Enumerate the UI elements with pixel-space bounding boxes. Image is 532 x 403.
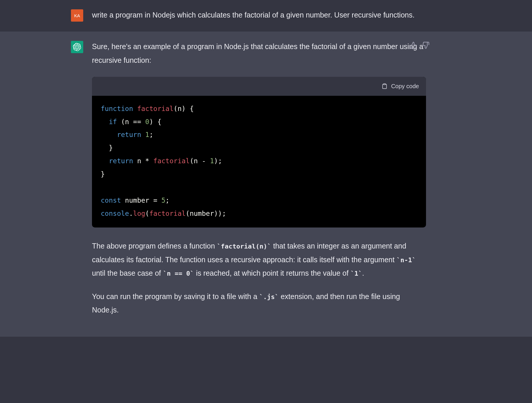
code-token: ( — [173, 105, 178, 112]
code-token: } — [101, 144, 113, 152]
user-message-inner: KA write a program in Nodejs which calcu… — [44, 8, 488, 22]
code-token: ; — [149, 131, 153, 138]
code-token: (n == — [117, 118, 145, 126]
code-token: console — [101, 210, 129, 217]
text-span: You can run the program by saving it to … — [92, 292, 259, 300]
code-token: number = — [121, 197, 161, 204]
assistant-intro-text: Sure, here's an example of a program in … — [92, 40, 426, 67]
inline-code: `n == 0` — [163, 270, 194, 277]
code-token: return — [117, 131, 141, 138]
code-token: } — [101, 170, 105, 178]
code-token: if — [109, 118, 117, 126]
code-token: ( — [145, 210, 149, 217]
code-token: ) { — [182, 105, 194, 112]
code-token: function — [101, 105, 133, 112]
user-avatar-initials: KA — [74, 13, 80, 18]
assistant-message-inner: Sure, here's an example of a program in … — [44, 40, 488, 326]
reaction-buttons — [410, 41, 430, 49]
code-token: log — [133, 210, 145, 217]
thumbs-down-icon[interactable] — [422, 41, 430, 49]
code-block-header[interactable]: Copy code — [92, 77, 426, 96]
code-token: (n - — [190, 157, 210, 165]
user-avatar: KA — [71, 9, 83, 22]
code-token: ); — [214, 157, 222, 165]
code-token: return — [109, 157, 133, 165]
code-token: 1 — [145, 131, 149, 138]
text-span: . — [362, 269, 364, 277]
inline-code: `n-1` — [397, 256, 416, 264]
code-token: 1 — [210, 157, 214, 165]
svg-rect-0 — [384, 84, 386, 85]
inline-code: `1` — [351, 270, 362, 277]
assistant-avatar — [71, 41, 83, 53]
code-token: ) { — [149, 118, 161, 126]
code-token — [101, 157, 109, 165]
code-token: ; — [166, 197, 170, 204]
inline-code: `.js` — [259, 293, 279, 300]
code-block: Copy code function factorial(n) { if (n … — [92, 77, 426, 228]
code-token: 0 — [145, 118, 149, 126]
code-token — [101, 131, 117, 138]
code-token — [141, 131, 145, 138]
code-token: 5 — [161, 197, 166, 204]
user-prompt-text: write a program in Nodejs which calculat… — [92, 11, 415, 19]
code-token: factorial — [137, 105, 174, 112]
code-token: . — [129, 210, 133, 217]
text-span: until the base case of — [92, 269, 163, 277]
code-token — [101, 118, 109, 126]
code-token: (number)); — [186, 210, 226, 217]
code-token: const — [101, 197, 121, 204]
user-message-content: write a program in Nodejs which calculat… — [92, 8, 461, 22]
copy-code-label: Copy code — [391, 81, 419, 92]
code-token: n * — [133, 157, 153, 165]
text-span: The above program defines a function — [92, 242, 217, 250]
assistant-explanation-2: You can run the program by saving it to … — [92, 290, 426, 317]
assistant-explanation-1: The above program defines a function `fa… — [92, 239, 426, 280]
text-span: is reached, at which point it returns th… — [194, 269, 350, 277]
user-message-row: KA write a program in Nodejs which calcu… — [0, 0, 532, 32]
code-body: function factorial(n) { if (n == 0) { re… — [92, 96, 426, 228]
thumbs-up-icon[interactable] — [410, 41, 417, 49]
assistant-message-row: Sure, here's an example of a program in … — [0, 32, 532, 336]
assistant-message-content: Sure, here's an example of a program in … — [92, 40, 461, 326]
code-token: factorial — [153, 157, 190, 165]
inline-code: `factorial(n)` — [217, 243, 271, 250]
openai-logo-icon — [73, 43, 81, 51]
code-token — [133, 105, 137, 112]
clipboard-icon — [382, 83, 387, 89]
code-token: n — [178, 105, 182, 112]
code-token: factorial — [149, 210, 186, 217]
